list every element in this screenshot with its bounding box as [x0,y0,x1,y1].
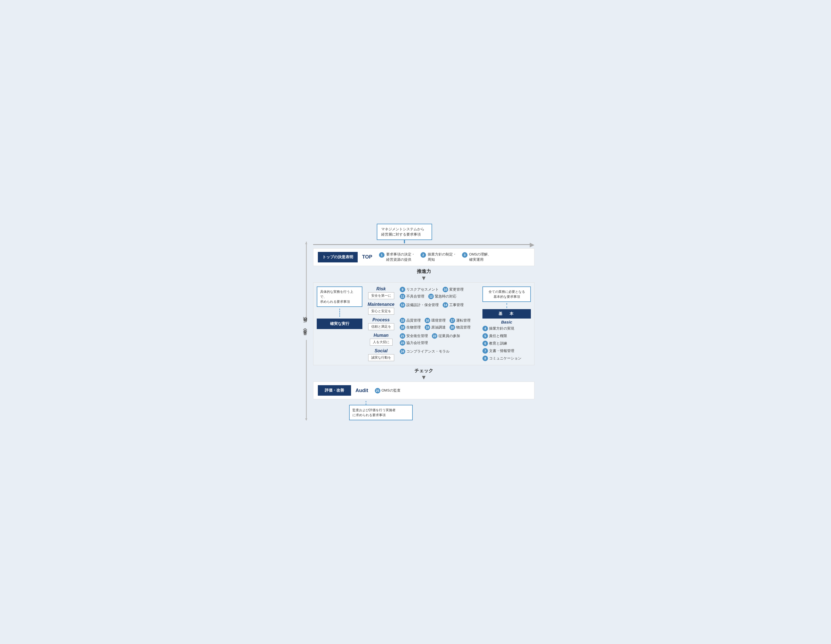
risk-title: Risk [376,286,386,291]
top-label: TOP [362,254,373,260]
maintenance-subtitle: 安心と安定を [368,308,394,315]
circle-20: 20 [449,324,455,330]
left-label-line2: 反映 [302,323,307,326]
circle-9: 9 [400,287,405,292]
horiz-arrow: ▶ [313,242,535,248]
social-title: Social [374,348,388,353]
maint-item-13: 13設備設計・保全管理 [400,302,439,308]
basic-item-4: 4操業方針の実現 [482,326,531,331]
human-item-23: 23協力会社管理 [400,340,428,346]
top-item-3-text: OMSの理解、確実運用 [469,252,491,262]
circle-24: 24 [400,349,405,354]
circle-7: 7 [482,348,488,354]
outer-container: マネジメントシステムから 経営層に対する要求事項 ▲ ▼ 見直し 反映 [291,218,540,426]
top-item-2: 2 操業方針の制定・周知 [420,252,457,262]
basic-item-6: 6教育と訓練 [482,340,531,346]
basic-title-en: Basic [501,320,512,324]
basic-item-7: 7文書・情報管理 [482,348,531,354]
proc-item-20: 20物流管理 [449,324,471,330]
proc-item-16: 16環境管理 [425,318,446,323]
top-item-1-text: 要求事項の決定・経営資源の提供 [386,252,415,262]
proc-item-15: 15品質管理 [400,318,421,323]
circle-5: 5 [482,333,488,339]
circle-13: 13 [400,302,405,308]
audit-section: 評価・改善 Audit 25 OMSの監査 [313,382,535,399]
bottom-callout-area: 監査および評価を行う実施者に求められる要求事項 [313,401,535,420]
left-arrow-label: 見直し 反映 [302,322,307,340]
human-items: 21安全衛生管理 22従業員の参加 23協力会社管理 [400,333,479,346]
circle-6: 6 [482,341,488,346]
audit-item-25-text: OMSの監査 [382,388,401,393]
human-label: Human 人を大切に [365,333,397,346]
middle-callout-box: 具体的な実務を行う上で、求められる要求事項 [317,286,362,307]
circle-25: 25 [375,388,380,393]
maintenance-items: 13設備設計・保全管理 14工事管理 [400,302,479,308]
bottom-callout-text: 監査および評価を行う実施者に求められる要求事項 [352,408,396,417]
risk-item-12: 12緊急時の対応 [428,293,457,299]
maint-item-14: 14工事管理 [443,302,464,308]
bottom-callout-box: 監査および評価を行う実施者に求められる要求事項 [349,405,413,420]
human-subtitle: 人を大切に [370,339,393,346]
risk-item-11: 11不具合管理 [400,293,424,299]
social-items: 24コンプライアンス・モラル [400,348,479,354]
basic-dashed-line [506,303,507,308]
circle-1: 1 [379,252,385,258]
circle-15: 15 [400,318,405,323]
bottom-dashed-line [366,401,366,405]
maintenance-row: Maintenance 安心と安定を 13設備設計・保全管理 14工事管理 [365,302,479,315]
circle-23: 23 [400,340,405,346]
middle-callout-text: 具体的な実務を行う上で、求められる要求事項 [320,290,353,304]
basic-items-list: 4操業方針の実現 5責任と権限 6教育と訓練 7文書・情報管理 8コミュニケーシ… [482,326,531,361]
social-item-24: 24コンプライアンス・モラル [400,348,449,354]
circle-10: 10 [443,287,448,292]
left-label-line1: 見直し [302,329,307,339]
maintenance-label: Maintenance 安心と安定を [365,302,397,315]
risk-label: Risk 安全を第一に [365,286,397,299]
basic-item-8: 8コミュニケーション [482,355,531,361]
basic-callout-box: 全ての業務に必要となる基本的な要求事項 [482,286,531,302]
risk-items: 9リスクアセスメント 10変更管理 11不具合管理 12緊急時の対応 [400,286,479,299]
suishinryoku-label: 推進力 ▼ [313,267,535,282]
circle-2: 2 [420,252,426,258]
process-title: Process [373,318,390,323]
process-label: Process 信頼と満足を [365,318,397,330]
human-title: Human [373,333,388,338]
confirm-badge: 確実な実行 [317,318,362,329]
proc-item-17: 17運転管理 [449,318,471,323]
middle-left: 具体的な実務を行う上で、求められる要求事項 確実な実行 [317,286,362,361]
human-item-21: 21安全衛生管理 [400,333,428,339]
circle-22: 22 [432,333,437,339]
categories-column: Risk 安全を第一に 9リスクアセスメント 10変更管理 11不具合管理 12… [365,286,479,361]
middle-section: 具体的な実務を行う上で、求められる要求事項 確実な実行 Risk 安全を第一に [313,282,535,365]
social-subtitle: 誠実な行動を [368,354,394,361]
basic-item-5: 5責任と権限 [482,333,531,339]
top-item-1: 1 要求事項の決定・経営資源の提供 [379,252,415,262]
social-row: Social 誠実な行動を 24コンプライアンス・モラル [365,348,479,361]
top-callout-line1: マネジメントシステムから [381,227,424,231]
circle-17: 17 [449,318,455,323]
process-row: Process 信頼と満足を 15品質管理 16環境管理 17運転管理 18生物… [365,318,479,330]
risk-item-10: 10変更管理 [443,286,464,292]
top-item-2-text: 操業方針の制定・周知 [428,252,457,262]
proc-item-19: 19原油調達 [425,324,446,330]
circle-21: 21 [400,333,405,339]
maintenance-title: Maintenance [368,302,395,307]
top-badge: トップの決意表明 [318,252,358,262]
circle-3: 3 [462,252,468,258]
top-callout-box: マネジメントシステムから 経営層に対する要求事項 [377,224,432,240]
circle-12: 12 [428,294,434,299]
right-basic-section: 全ての業務に必要となる基本的な要求事項 基 本 Basic 4操業方針の実現 5… [482,286,531,361]
basic-navy-badge: 基 本 [482,309,531,318]
human-item-22: 22従業員の参加 [432,333,460,339]
circle-8: 8 [482,356,488,361]
top-items-row: 1 要求事項の決定・経営資源の提供 2 操業方針の制定・周知 3 OMSの理解、… [379,252,491,262]
risk-item-9: 9リスクアセスメント [400,286,439,292]
circle-19: 19 [425,324,430,330]
top-item-3: 3 OMSの理解、確実運用 [462,252,491,262]
risk-row: Risk 安全を第一に 9リスクアセスメント 10変更管理 11不具合管理 12… [365,286,479,299]
top-callout-line2: 経営層に対する要求事項 [381,232,421,237]
circle-16: 16 [425,318,430,323]
circle-14: 14 [443,302,448,308]
process-subtitle: 信頼と満足を [368,323,394,330]
risk-subtitle: 安全を第一に [368,292,394,299]
